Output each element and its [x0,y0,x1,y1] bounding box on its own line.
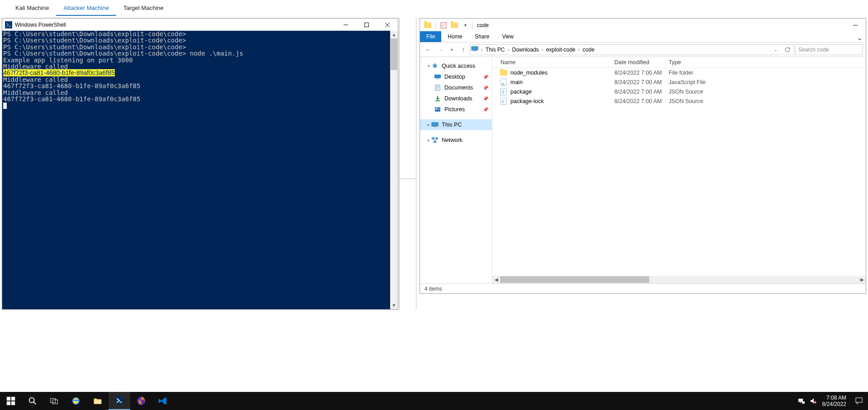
file-type: JavaScript File [669,79,866,85]
scroll-up-button[interactable]: ▲ [390,31,398,38]
scroll-thumb[interactable] [500,276,649,283]
scroll-left-button[interactable]: ◀ [492,276,500,283]
address-bar[interactable]: › This PC › Downloads › exploit-code › c… [470,44,794,55]
clock-date: 8/24/2022 [822,401,846,407]
chevron-down-icon: ▾ [426,64,431,68]
nav-forward-button[interactable]: → [434,44,445,55]
ribbon-expand-icon[interactable]: ⌄ [853,33,866,42]
notification-center-button[interactable] [850,392,868,410]
breadcrumb-code[interactable]: code [581,47,596,53]
svg-rect-9 [432,123,438,126]
tab-target-machine[interactable]: Target Machine [116,0,171,16]
svg-rect-20 [52,400,57,404]
start-button[interactable] [0,392,22,410]
explorer-titlebar[interactable]: ▾ code [420,19,866,32]
scroll-down-button[interactable]: ▼ [390,302,398,309]
horizontal-scrollbar[interactable]: ◀ ▶ [492,276,866,283]
pane-divider[interactable] [399,179,416,179]
column-header-name[interactable]: Name [492,59,614,66]
machine-tabstrip: Kali Machine Attacker Machine Target Mac… [0,0,868,16]
file-row[interactable]: main8/24/2022 7:00 AMJavaScript File [492,77,866,87]
refresh-button[interactable] [782,44,793,55]
file-type: File folder [669,70,866,76]
taskbar-explorer-icon[interactable] [87,392,108,410]
taskbar-powershell-icon[interactable] [108,392,130,410]
breadcrumb-downloads[interactable]: Downloads [510,47,541,53]
file-row[interactable]: package-lock8/24/2022 7:00 AMJSON Source [492,96,866,106]
pin-icon: 📌 [483,75,488,80]
svg-rect-16 [7,401,10,405]
qat-newfolder-icon[interactable] [449,20,459,30]
pin-icon: 📌 [483,107,488,112]
ribbon-tab-file[interactable]: File [420,31,441,42]
scroll-track[interactable] [390,38,398,302]
powershell-titlebar[interactable]: Windows PowerShell [2,19,398,31]
powershell-scrollbar[interactable]: ▲ ▼ [390,31,398,309]
pane-divider[interactable] [399,18,400,310]
qat-customize-icon[interactable]: ▾ [460,20,470,30]
nav-downloads[interactable]: Downloads 📌 [427,93,492,104]
chevron-right-icon[interactable]: › [577,47,581,53]
search-button[interactable] [22,392,43,410]
nav-back-button[interactable]: ← [423,44,434,55]
qat-folder-icon[interactable] [423,20,433,30]
column-header-type[interactable]: Type [669,59,866,66]
pane-divider[interactable] [416,18,416,310]
svg-rect-15 [11,397,15,401]
file-name: package [510,89,614,95]
breadcrumb-this-pc[interactable]: This PC [484,47,507,53]
qat-properties-icon[interactable] [439,20,448,30]
explorer-nav-pane: ▾ Quick access Desktop 📌 Documents [420,57,492,283]
file-row[interactable]: node_modules8/24/2022 7:00 AMFile folder [492,68,866,77]
maximize-button[interactable] [356,19,377,31]
tray-network-icon[interactable] [798,397,805,405]
file-row[interactable]: package8/24/2022 7:00 AMJSON Source [492,87,866,96]
tray-volume-icon[interactable] [810,397,817,405]
ribbon-tab-share[interactable]: Share [468,31,495,42]
nav-network[interactable]: ▸ Network [420,135,492,146]
taskbar-firefox-icon[interactable] [130,392,152,410]
svg-rect-14 [7,397,10,401]
taskbar-vscode-icon[interactable] [152,392,174,410]
ribbon-tab-view[interactable]: View [495,31,520,42]
taskbar-ie-icon[interactable] [65,392,87,410]
svg-rect-5 [436,79,439,79]
nav-label: Pictures [444,106,465,113]
task-view-button[interactable] [43,392,65,410]
nav-this-pc[interactable]: ▸ This PC [420,119,492,130]
system-tray[interactable] [798,397,819,405]
svg-rect-27 [802,401,805,404]
scroll-thumb[interactable] [391,38,397,70]
address-dropdown-icon[interactable]: ⌄ [770,44,781,55]
svg-rect-0 [365,23,369,27]
taskbar-clock[interactable]: 7:08 AM 8/24/2022 [819,395,850,407]
powershell-output[interactable]: PS C:\Users\student\Downloads\exploit-co… [2,31,390,309]
taskbar: 7:08 AM 8/24/2022 [0,392,868,410]
nav-desktop[interactable]: Desktop 📌 [427,71,492,82]
chevron-right-icon[interactable]: › [541,47,544,53]
nav-documents[interactable]: Documents 📌 [427,82,492,93]
svg-rect-17 [11,401,15,405]
close-button[interactable] [377,19,398,31]
minimize-button[interactable] [335,19,356,31]
scroll-track[interactable] [500,276,858,283]
tab-attacker-machine[interactable]: Attacker Machine [56,0,116,16]
chevron-right-icon[interactable]: › [480,47,484,53]
file-date: 8/24/2022 7:00 AM [614,79,669,85]
breadcrumb-exploit-code[interactable]: exploit-code [544,47,577,53]
nav-up-button[interactable]: ↑ [458,44,469,55]
nav-recent-dropdown[interactable]: ▾ [446,44,457,55]
search-input[interactable]: Search code [795,44,863,55]
scroll-right-button[interactable]: ▶ [858,276,866,283]
nav-quick-access[interactable]: ▾ Quick access [420,61,492,71]
file-name: package-lock [510,98,614,104]
minimize-button[interactable] [845,19,866,32]
ribbon-tab-home[interactable]: Home [441,31,468,42]
pc-icon [431,121,439,129]
tab-kali-machine[interactable]: Kali Machine [8,0,56,16]
column-header-date[interactable]: Date modified [614,59,669,66]
explorer-address-row: ← → ▾ ↑ › This PC › Downloads › exploit-… [420,42,866,57]
nav-pictures[interactable]: Pictures 📌 [427,104,492,115]
chevron-right-icon[interactable]: › [507,47,510,53]
explorer-window: ▾ code File Home Share View ⌄ ← → ▾ ↑ [420,18,866,294]
